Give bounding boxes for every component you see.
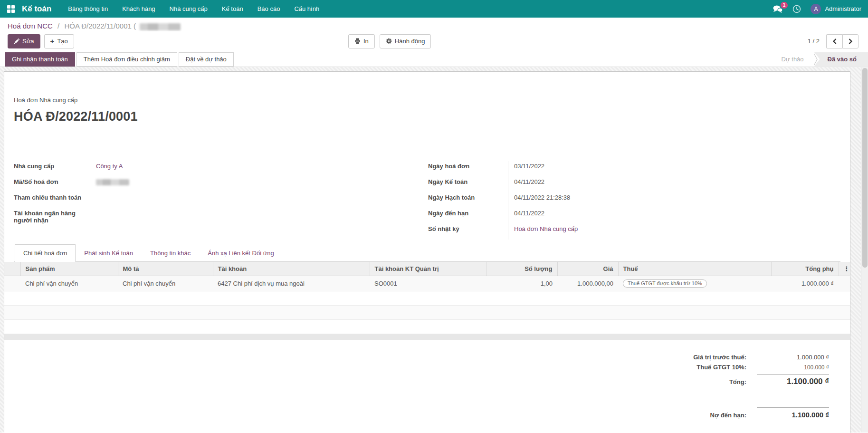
- column-price[interactable]: Giá: [557, 262, 618, 276]
- column-subtotal[interactable]: Tổng phụ: [771, 262, 839, 276]
- tax-amount-value: 100.000 ₫: [757, 364, 829, 371]
- register-payment-button[interactable]: Ghi nhận thanh toán: [5, 52, 75, 67]
- empty-row: [4, 305, 850, 319]
- field-invoice-date: Ngày hoá đơn 03/11/2022: [428, 161, 761, 177]
- menu-configuration[interactable]: Cấu hình: [287, 0, 326, 18]
- status-step-posted: Đã vào sổ: [814, 52, 868, 67]
- untaxed-amount-row: Giá trị trước thuế: 1.000.000 ₫: [658, 352, 829, 362]
- reset-to-draft-button[interactable]: Đặt về dự thảo: [179, 52, 234, 67]
- pager-prev-button[interactable]: [826, 34, 842, 48]
- messages-button[interactable]: 1: [773, 5, 783, 13]
- menu-vendors[interactable]: Nhà cung cấp: [162, 0, 215, 18]
- cell-analytic-account: SO0001: [370, 276, 486, 291]
- amount-due-value: 1.100.000 ₫: [757, 407, 829, 419]
- activities-button[interactable]: [792, 5, 801, 13]
- tax-amount-label: Thuế GTGT 10%:: [658, 364, 757, 371]
- tab-journal-items[interactable]: Phát sinh Kế toán: [76, 244, 142, 262]
- edit-button[interactable]: Sửa: [8, 34, 40, 48]
- avatar: A: [811, 4, 821, 14]
- journal-link[interactable]: Hoá đơn Nhà cung cấp: [514, 225, 578, 232]
- empty-row: [4, 291, 850, 305]
- top-navbar: Kế toán Bảng thông tin Khách hàng Nhà cu…: [0, 0, 868, 18]
- odoo-accounting-app: Kế toán Bảng thông tin Khách hàng Nhà cu…: [0, 0, 868, 433]
- statusbar: Ghi nhận thanh toán Thêm Hoá đơn điều ch…: [0, 52, 868, 67]
- status-pipeline: Dự thảo Đã vào sổ: [772, 52, 868, 67]
- clock-icon: [792, 5, 801, 13]
- field-vendor: Nhà cung cấp Công ty A: [14, 161, 365, 177]
- handle-column-header: [4, 262, 20, 276]
- column-options-icon[interactable]: ⋮: [839, 262, 850, 276]
- print-button[interactable]: In: [348, 34, 375, 48]
- content-area: Hoá đơn Nhà cung cấp HÓA Đ/2022/11/0001 …: [0, 67, 868, 433]
- cell-description: Chi phí vận chuyển: [118, 276, 213, 291]
- field-posting-date: Ngày Hạch toán 04/11/2022 21:28:38: [428, 192, 761, 208]
- pager-next-button[interactable]: [842, 34, 858, 48]
- redacted-breadcrumb-text: [140, 23, 181, 30]
- row-handle-cell: [4, 276, 20, 291]
- cell-quantity: 1,00: [486, 276, 557, 291]
- tab-other-info[interactable]: Thông tin khác: [142, 244, 199, 262]
- column-quantity[interactable]: Số lượng: [486, 262, 557, 276]
- total-amount-row: Tổng: 1.100.000 ₫: [658, 373, 829, 388]
- add-credit-note-button[interactable]: Thêm Hoá đơn điều chỉnh giảm: [76, 52, 177, 67]
- cell-account: 6427 Chi phí dịch vụ mua ngoài: [213, 276, 370, 291]
- user-menu[interactable]: A Administrator: [811, 4, 861, 14]
- column-account[interactable]: Tài khoản: [213, 262, 370, 276]
- invoice-line-row[interactable]: Chi phí vận chuyển Chi phí vận chuyển 64…: [4, 276, 850, 291]
- menu-customers[interactable]: Khách hàng: [115, 0, 162, 18]
- field-label: Nhà cung cấp: [14, 161, 90, 177]
- field-due-date: Ngày đến hạn 04/11/2022: [428, 208, 761, 224]
- row-options-cell: [839, 276, 850, 291]
- total-amount-value: 1.100.000 ₫: [757, 375, 829, 386]
- field-label: Ngày Hạch toán: [428, 192, 508, 208]
- app-name[interactable]: Kế toán: [22, 4, 51, 14]
- field-value-empty[interactable]: [90, 192, 365, 208]
- apps-menu-button[interactable]: [4, 0, 18, 18]
- due-date-value: 04/11/2022: [508, 208, 761, 224]
- cell-price: 1.000.000,00: [557, 276, 618, 291]
- field-recipient-bank: Tài khoản ngân hàng người nhận: [14, 208, 365, 233]
- action-button[interactable]: Hành động: [380, 34, 431, 48]
- invoice-date-value: 03/11/2022: [508, 161, 761, 177]
- amount-due-label: Nợ đến hạn:: [658, 412, 757, 419]
- messages-badge: 1: [781, 2, 788, 9]
- tab-invoice-lines[interactable]: Chi tiết hoá đơn: [15, 244, 76, 262]
- menu-dashboard[interactable]: Bảng thông tin: [61, 0, 115, 18]
- field-label: Ngày hoá đơn: [428, 161, 508, 177]
- field-label: Ngày đến hạn: [428, 208, 508, 224]
- status-step-draft[interactable]: Dự thảo: [772, 52, 813, 67]
- tax-amount-row: Thuế GTGT 10%: 100.000 ₫: [658, 362, 829, 372]
- posting-date-value: 04/11/2022 21:28:38: [508, 192, 761, 208]
- main-menu: Bảng thông tin Khách hàng Nhà cung cấp K…: [61, 0, 326, 18]
- control-panel: Sửa + Tạo In: [0, 31, 868, 52]
- invoice-lines-table: Sản phẩm Mô tả Tài khoản Tài khoản KT Qu…: [4, 262, 850, 334]
- chevron-right-icon: [848, 38, 853, 44]
- column-taxes[interactable]: Thuế: [618, 262, 771, 276]
- menu-reports[interactable]: Báo cáo: [250, 0, 287, 18]
- untaxed-amount-value: 1.000.000 ₫: [757, 354, 829, 361]
- vendor-link[interactable]: Công ty A: [96, 163, 123, 170]
- scrollbar-thumb[interactable]: [862, 68, 868, 268]
- pager-counter: 1 / 2: [808, 38, 820, 45]
- accounting-date-value: 04/11/2022: [508, 177, 761, 192]
- empty-row: [4, 319, 850, 334]
- field-journal: Sổ nhật ký Hoá đơn Nhà cung cấp: [428, 224, 761, 240]
- field-payment-reference: Tham chiếu thanh toán: [14, 192, 365, 208]
- untaxed-amount-label: Giá trị trước thuế:: [658, 354, 757, 361]
- table-header-row: Sản phẩm Mô tả Tài khoản Tài khoản KT Qu…: [4, 262, 850, 276]
- column-description[interactable]: Mô tả: [118, 262, 213, 276]
- field-value-empty[interactable]: [90, 208, 365, 233]
- menu-accounting[interactable]: Kế toán: [215, 0, 250, 18]
- scrollbar[interactable]: [861, 67, 868, 433]
- edit-pencil-icon: [14, 38, 19, 44]
- tab-counterpart-mapping[interactable]: Ánh xạ Liên kết Đối ứng: [199, 244, 283, 262]
- create-button[interactable]: + Tạo: [44, 34, 74, 48]
- printer-icon: [354, 38, 361, 44]
- column-product[interactable]: Sản phẩm: [20, 262, 118, 276]
- column-analytic-account[interactable]: Tài khoản KT Quản trị: [370, 262, 486, 276]
- list-footer-bar: [4, 334, 850, 340]
- breadcrumb-parent[interactable]: Hoá đơn NCC: [8, 22, 53, 30]
- redacted-invoice-number: [96, 179, 129, 185]
- chevron-left-icon: [832, 38, 837, 44]
- field-label: Tài khoản ngân hàng người nhận: [14, 208, 90, 233]
